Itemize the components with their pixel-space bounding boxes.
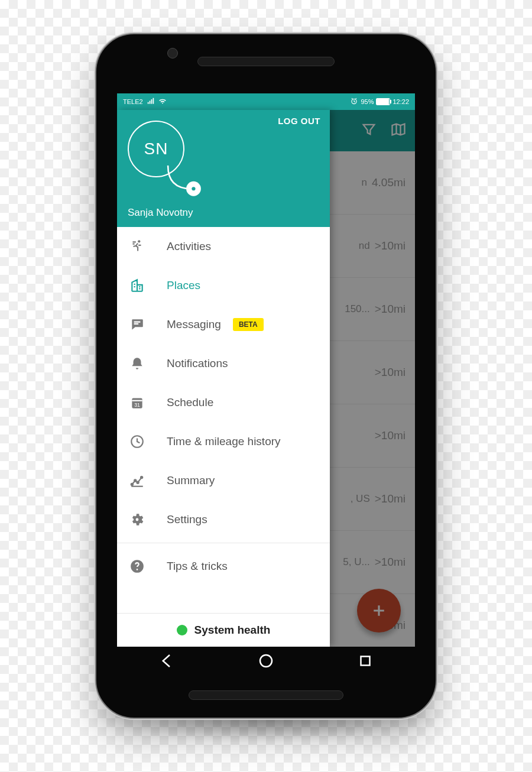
calendar-icon: 31	[129, 394, 145, 411]
system-health-label: System health	[194, 624, 271, 637]
alarm-icon	[350, 97, 358, 106]
nav-item-settings[interactable]: Settings	[117, 500, 330, 539]
nav-label: Summary	[167, 474, 215, 487]
svg-rect-15	[361, 657, 370, 666]
svg-point-2	[192, 187, 195, 190]
nav-item-places[interactable]: Places	[117, 266, 330, 305]
svg-point-14	[260, 655, 272, 667]
svg-point-7	[131, 484, 133, 485]
avatar-tail-icon	[167, 166, 203, 202]
nav-item-schedule[interactable]: 31 Schedule	[117, 383, 330, 422]
back-button[interactable]	[158, 652, 176, 672]
nav-label: Tips & tricks	[167, 560, 228, 573]
drawer-header: LOG OUT SN Sanja Novotny	[117, 110, 330, 227]
home-button[interactable]	[257, 652, 275, 672]
screen: TELE2 95% 12:22 n4.05mi	[117, 93, 415, 647]
gear-icon	[129, 511, 145, 528]
svg-point-10	[141, 476, 142, 478]
nav-label: Messaging	[167, 318, 221, 331]
nav-item-activities[interactable]: Activities	[117, 227, 330, 266]
svg-point-11	[136, 518, 139, 521]
message-icon	[129, 316, 145, 333]
recent-button[interactable]	[356, 652, 374, 672]
nav-label: Settings	[167, 513, 207, 526]
clock-label: 12:22	[392, 98, 409, 105]
svg-point-8	[134, 479, 136, 481]
nav-drawer: LOG OUT SN Sanja Novotny Activities Plac…	[117, 110, 330, 647]
logout-button[interactable]: LOG OUT	[278, 116, 320, 126]
nav-label: Activities	[167, 240, 211, 253]
nav-item-history[interactable]: Time & mileage history	[117, 422, 330, 461]
phone-frame: TELE2 95% 12:22 n4.05mi	[95, 33, 437, 719]
svg-point-9	[137, 482, 138, 484]
battery-icon	[376, 98, 390, 105]
chart-icon	[129, 472, 145, 489]
building-icon	[129, 277, 145, 294]
nav-label: Schedule	[167, 396, 213, 409]
android-nav-bar	[117, 647, 415, 677]
nav-label: Notifications	[167, 357, 228, 370]
drawer-menu: Activities Places Messaging BETA Notific…	[117, 227, 330, 613]
status-bar: TELE2 95% 12:22	[117, 93, 415, 110]
wifi-icon	[158, 97, 167, 106]
signal-icon	[147, 97, 155, 106]
menu-divider	[117, 543, 330, 543]
status-dot-icon	[177, 625, 187, 635]
svg-point-3	[138, 240, 140, 242]
battery-pct: 95%	[361, 98, 374, 105]
svg-text:31: 31	[134, 402, 140, 408]
nav-item-messaging[interactable]: Messaging BETA	[117, 305, 330, 344]
phone-camera	[167, 48, 178, 59]
username-label: Sanja Novotny	[128, 207, 319, 219]
carrier-label: TELE2	[123, 98, 143, 105]
svg-point-13	[137, 569, 138, 570]
nav-label: Places	[167, 279, 200, 292]
nav-item-tips[interactable]: Tips & tricks	[117, 547, 330, 586]
beta-badge: BETA	[233, 318, 264, 331]
clock-icon	[129, 433, 145, 450]
nav-item-notifications[interactable]: Notifications	[117, 344, 330, 383]
nav-item-summary[interactable]: Summary	[117, 461, 330, 500]
bell-icon	[129, 355, 145, 372]
nav-label: Time & mileage history	[167, 435, 281, 448]
run-icon	[129, 238, 145, 255]
help-icon	[129, 558, 145, 575]
system-health-button[interactable]: System health	[117, 613, 330, 647]
avatar-initials: SN	[144, 140, 168, 158]
